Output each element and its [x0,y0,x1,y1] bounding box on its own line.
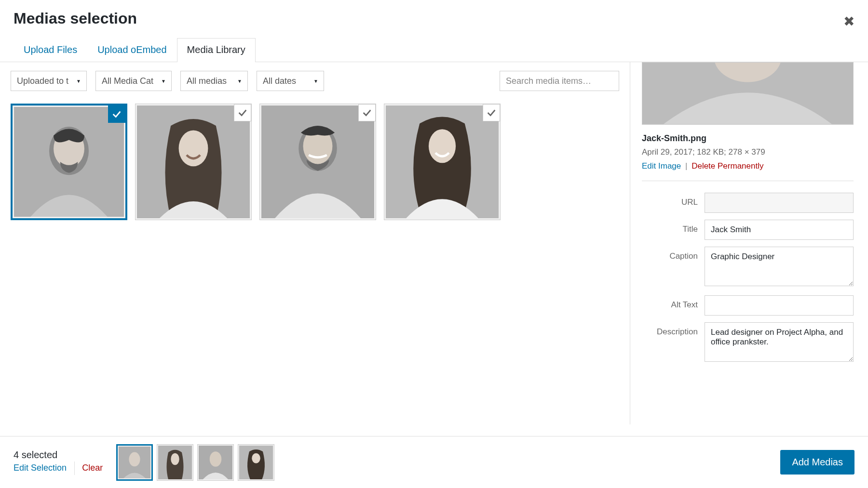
search-input[interactable] [500,71,619,91]
close-button[interactable]: ✖ [843,13,854,29]
alt-text-field[interactable] [705,295,854,316]
svg-point-4 [179,130,208,166]
selection-count: 4 selected [14,449,103,461]
svg-point-19 [252,453,260,463]
clear-selection-link[interactable]: Clear [82,463,103,473]
filter-date[interactable]: All dates [257,71,324,91]
svg-point-13 [129,452,140,466]
svg-point-9 [429,129,456,163]
delete-permanently-link[interactable]: Delete Permanently [692,161,763,171]
tab-upload-files[interactable]: Upload Files [14,38,87,62]
description-label: Description [642,322,705,337]
url-label: URL [642,193,705,207]
thumb-image [137,106,250,218]
check-badge [483,104,500,121]
svg-point-17 [210,451,222,467]
edit-selection-link[interactable]: Edit Selection [14,463,67,473]
check-badge [108,106,125,123]
close-icon: ✖ [843,14,854,29]
thumb-image [14,107,124,217]
caption-label: Caption [642,247,705,261]
media-thumb[interactable] [11,104,127,220]
media-thumb[interactable] [259,104,376,220]
selection-thumb[interactable] [157,444,193,481]
media-thumb[interactable] [135,104,252,220]
divider [642,181,854,181]
tab-upload-oembed[interactable]: Upload oEmbed [87,38,176,62]
check-badge [234,104,251,121]
add-medias-button[interactable]: Add Medias [780,450,854,475]
media-browser: Uploaded to t All Media Cat All medias A… [0,62,630,424]
tabs: Upload Files Upload oEmbed Media Library [0,38,868,62]
selection-thumb[interactable] [116,444,153,481]
title-label: Title [642,220,705,234]
selection-tray [116,444,274,481]
separator: | [685,161,687,171]
filter-category[interactable]: All Media Cat [95,71,172,91]
tab-media-library[interactable]: Media Library [177,38,256,62]
media-grid [11,104,619,220]
attachment-filename: Jack-Smith.png [642,133,854,144]
modal-title: Medias selection [14,10,854,27]
attachment-preview [642,62,854,125]
check-badge [358,104,376,121]
media-thumb[interactable] [384,104,501,220]
attachment-meta: April 29, 2017; 182 KB; 278 × 379 [642,145,854,158]
svg-point-15 [171,453,179,465]
attachment-details: Jack-Smith.png April 29, 2017; 182 KB; 2… [630,62,868,424]
selection-thumb[interactable] [238,444,274,481]
footer-toolbar: 4 selected Edit Selection Clear Add Medi… [0,436,868,488]
edit-image-link[interactable]: Edit Image [642,161,681,171]
title-field[interactable] [705,220,854,240]
selection-thumb[interactable] [197,444,234,481]
filter-type[interactable]: All medias [180,71,248,91]
thumb-image [386,106,499,218]
alt-text-label: Alt Text [642,295,705,310]
description-field[interactable]: Lead designer on Project Alpha, and offi… [705,322,854,362]
caption-field[interactable]: Graphic Designer [705,247,854,286]
thumb-image [261,106,374,218]
separator [74,462,75,475]
url-field[interactable] [705,193,854,213]
filter-attachment[interactable]: Uploaded to t [11,71,87,91]
